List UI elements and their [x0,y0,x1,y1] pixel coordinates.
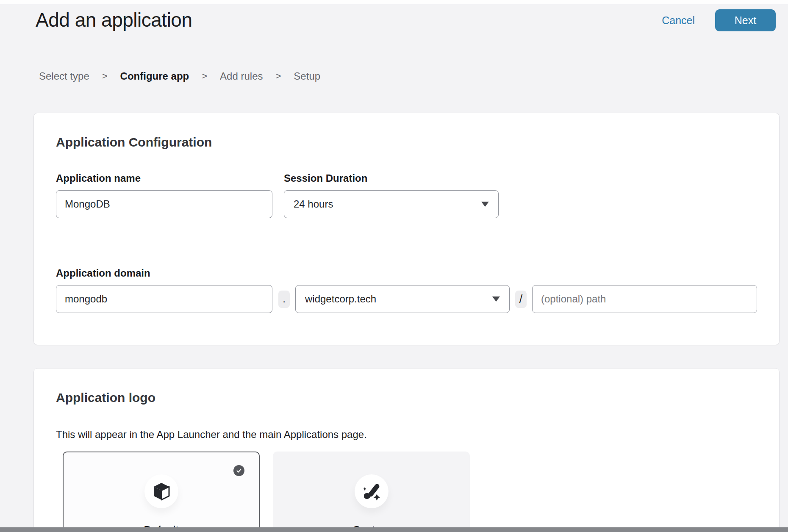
cube-icon [153,482,170,501]
subdomain-input[interactable] [56,285,272,313]
selected-check-icon [233,465,244,476]
logo-option-custom[interactable]: Custom [273,452,470,532]
logo-card-title: Application logo [56,391,757,405]
application-logo-card: Application logo This will appear in the… [33,368,780,532]
application-name-input[interactable] [56,190,272,218]
step-add-rules[interactable]: Add rules [220,70,263,82]
logo-card-description: This will appear in the App Launcher and… [56,429,757,441]
default-logo-circle [144,474,178,508]
session-duration-select[interactable]: 24 hours [284,190,499,218]
step-separator-icon: > [276,71,281,82]
cancel-button[interactable]: Cancel [662,14,695,27]
configuration-card-title: Application Configuration [56,135,757,150]
paintbrush-icon [361,481,382,502]
application-domain-field: Application domain . widgetcorp.tech / [56,267,757,313]
application-domain-label: Application domain [56,267,757,279]
chevron-down-icon [492,296,500,302]
session-duration-label: Session Duration [284,172,499,184]
chevron-down-icon [481,202,489,207]
domain-select-value: widgetcorp.tech [305,293,376,305]
session-duration-value: 24 hours [294,198,333,210]
application-name-field: Application name [56,172,272,218]
custom-logo-circle [355,474,388,508]
page-title: Add an application [36,8,192,31]
domain-dot-separator: . [278,291,290,308]
application-configuration-card: Application Configuration Application na… [33,113,780,345]
domain-slash-separator: / [515,291,527,308]
logo-option-default[interactable]: Default [63,452,260,532]
bottom-edge-bar [0,527,788,532]
path-input[interactable] [532,285,757,313]
logo-options-row: Default Custom [63,452,757,532]
session-duration-field: Session Duration 24 hours [284,172,499,218]
domain-select[interactable]: widgetcorp.tech [295,285,510,313]
step-select-type[interactable]: Select type [39,70,89,82]
step-separator-icon: > [202,71,207,82]
header-actions: Cancel Next [662,9,776,31]
step-separator-icon: > [102,71,108,82]
page-header: Add an application Cancel Next [36,8,776,31]
name-and-session-row: Application name Session Duration 24 hou… [56,172,757,218]
wizard-steps: Select type > Configure app > Add rules … [39,70,320,82]
step-setup[interactable]: Setup [294,70,320,82]
next-button[interactable]: Next [715,9,776,31]
application-name-label: Application name [56,172,272,184]
application-domain-row: . widgetcorp.tech / [56,285,757,313]
top-edge-strip [0,0,788,4]
step-configure-app[interactable]: Configure app [120,70,189,82]
